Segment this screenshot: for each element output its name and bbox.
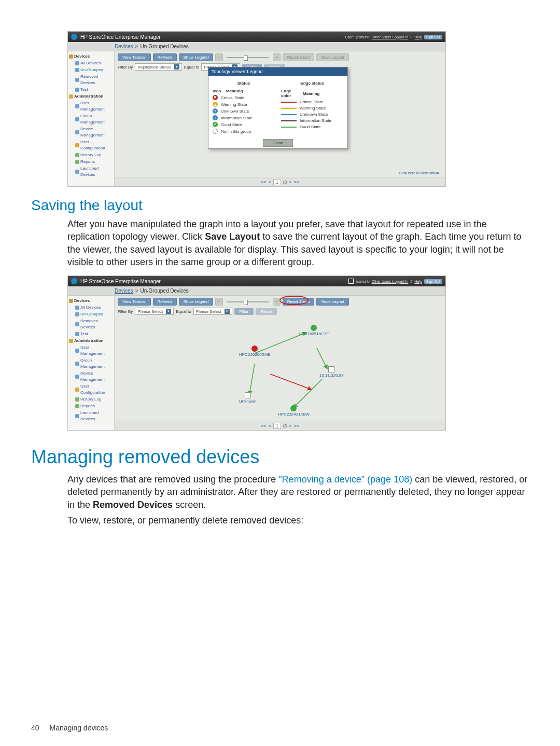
toolbar: View Tabular Refresh Show Legend − + Res… <box>115 296 445 308</box>
pager-last[interactable]: >> <box>294 179 300 185</box>
close-button[interactable]: Close <box>263 139 293 147</box>
filter-row: Filter By Please Select▾ Equal to Please… <box>115 308 445 317</box>
nav-user-mgmt[interactable]: User Management <box>69 344 113 357</box>
breadcrumb-current: Un-Grouped Devices <box>140 288 188 294</box>
nav-history[interactable]: History Log <box>69 152 113 159</box>
reset-button[interactable]: Reset <box>256 308 277 315</box>
nav-user-config[interactable]: User Configuration <box>69 139 113 152</box>
nav-all-devices[interactable]: All Devices <box>69 305 113 311</box>
nav-device-mgmt[interactable]: Device Management <box>69 370 113 383</box>
group-icon <box>75 117 79 121</box>
view-tabular-button[interactable]: View Tabular <box>118 53 151 61</box>
nav-user-mgmt[interactable]: User Management <box>69 100 113 113</box>
save-layout-button[interactable]: Save Layout <box>316 298 348 306</box>
legend-row: ?Unknown State <box>213 108 275 114</box>
refresh-button[interactable]: Refresh <box>153 53 177 61</box>
save-layout-button[interactable]: Save Layout <box>316 53 348 61</box>
critical-state-icon <box>251 346 258 352</box>
device-icon <box>75 88 79 92</box>
signout-button[interactable]: Sign Out <box>424 279 442 284</box>
nav-test[interactable]: Test <box>69 331 113 338</box>
pager-first[interactable]: << <box>261 423 267 429</box>
heading-saving-layout: Saving the layout <box>31 197 529 214</box>
help-link[interactable]: Help <box>414 280 422 283</box>
pager-page[interactable]: 1 <box>273 423 281 429</box>
legend-row: ✔Good State <box>213 122 275 127</box>
nav-device-mgmt[interactable]: Device Management <box>69 126 113 139</box>
para-managing-2: To view, restore, or permanently delete … <box>67 514 529 527</box>
nav-reports[interactable]: Reports <box>69 159 113 165</box>
nav-launched[interactable]: Launched Devices <box>69 165 113 178</box>
similar-link[interactable]: Click here to view similar <box>399 168 442 175</box>
show-legend-button[interactable]: Show Legend <box>179 298 214 306</box>
pager-next[interactable]: > <box>289 179 291 185</box>
show-legend-button[interactable]: Show Legend <box>179 53 214 61</box>
nav-all-devices[interactable]: All Devices <box>69 60 113 67</box>
nav-admin[interactable]: Administration <box>69 338 113 344</box>
nav-devices[interactable]: Devices <box>69 53 113 60</box>
nav-user-config[interactable]: User Configuration <box>69 383 113 396</box>
legend-row-label: Warning State <box>300 106 326 110</box>
nav-removed[interactable]: Removed Devices <box>69 74 113 87</box>
filter-value-select[interactable]: Please Select▾ <box>193 308 232 315</box>
reports-icon <box>75 404 79 408</box>
nav-test[interactable]: Test <box>69 87 113 93</box>
pager-prev[interactable]: < <box>268 179 271 185</box>
pager-first[interactable]: << <box>261 179 267 185</box>
good-state-icon <box>311 325 317 331</box>
pager-page[interactable]: 1 <box>273 179 281 185</box>
legend-edge-swatch <box>281 114 297 115</box>
zoom-slider[interactable] <box>227 301 269 302</box>
refresh-button[interactable]: Refresh <box>153 298 177 306</box>
graph-node[interactable]: HPCZJ0200GNB <box>239 346 271 357</box>
graph-node[interactable]: 10.11.220.87 <box>319 366 344 378</box>
legend-row-label: Warning State <box>221 102 247 107</box>
nav-history[interactable]: History Log <box>69 396 113 403</box>
nav-removed[interactable]: Removed Devices <box>69 318 113 331</box>
topology-graph[interactable]: HPCZJ0200GNB HPB152515C7F 10.11.220.87 U… <box>115 317 445 421</box>
admin-icon <box>69 339 73 343</box>
nav-launched[interactable]: Launched Devices <box>69 410 113 423</box>
pager-prev[interactable]: < <box>268 423 271 429</box>
header-right: jasmurlo Other Users Logged In 0 Help Si… <box>348 279 442 284</box>
graph-node[interactable]: HPB152515C7F <box>299 325 329 336</box>
legend-edge-row: Warning State <box>281 106 343 110</box>
nav-ungrouped[interactable]: Un-Grouped <box>69 67 113 74</box>
pager-next[interactable]: > <box>289 423 291 429</box>
view-tabular-button[interactable]: View Tabular <box>118 298 151 306</box>
reset-zoom-button[interactable]: Reset Zoom <box>283 53 315 61</box>
graph-node[interactable]: Unknown <box>239 392 256 404</box>
nav-reports[interactable]: Reports <box>69 403 113 410</box>
pager-last[interactable]: >> <box>294 423 300 429</box>
breadcrumb: Devices > Un-Grouped Devices <box>68 286 445 296</box>
chevron-down-icon: ▾ <box>166 309 171 314</box>
zoom-in-icon[interactable]: + <box>273 53 281 61</box>
chevron-down-icon: ▾ <box>225 309 230 314</box>
graph-node[interactable]: HPCZJ24315BW <box>278 405 310 417</box>
zoom-out-icon[interactable]: − <box>215 53 223 61</box>
nav-devices[interactable]: Devices <box>69 298 113 305</box>
help-link[interactable]: Help <box>414 35 422 39</box>
legend-edge-row: Unknown State <box>281 112 343 117</box>
nav-group-mgmt[interactable]: Group Management <box>69 357 113 370</box>
zoom-slider[interactable] <box>227 57 269 58</box>
nav-admin[interactable]: Administration <box>69 93 113 100</box>
filter-by-select[interactable]: Please Select▾ <box>135 308 174 315</box>
filter-by-select[interactable]: Replication Status▾ <box>135 63 181 71</box>
folder-icon <box>69 54 73 59</box>
nav-group-mgmt[interactable]: Group Management <box>69 113 113 126</box>
zoom-out-icon[interactable]: − <box>215 298 223 306</box>
reset-zoom-button[interactable]: Reset Zoom <box>283 298 315 306</box>
breadcrumb-root[interactable]: Devices <box>115 288 133 294</box>
zoom-in-icon[interactable]: + <box>273 298 281 306</box>
removing-device-link[interactable]: "Removing a device" (page 108) <box>278 474 412 485</box>
filter-button[interactable]: Filter <box>234 308 254 315</box>
breadcrumb-root[interactable]: Devices <box>115 44 133 49</box>
legend-state-icon <box>213 129 218 134</box>
signout-button[interactable]: Sign Out <box>424 35 442 39</box>
hp-logo-icon <box>71 278 77 284</box>
nav-ungrouped[interactable]: Un-Grouped <box>69 311 113 318</box>
legend-state-icon: ▲ <box>213 102 218 107</box>
screenshot-legend: HP StoreOnce Enterprise Manager User: ja… <box>67 31 446 187</box>
device-icon <box>75 322 79 326</box>
